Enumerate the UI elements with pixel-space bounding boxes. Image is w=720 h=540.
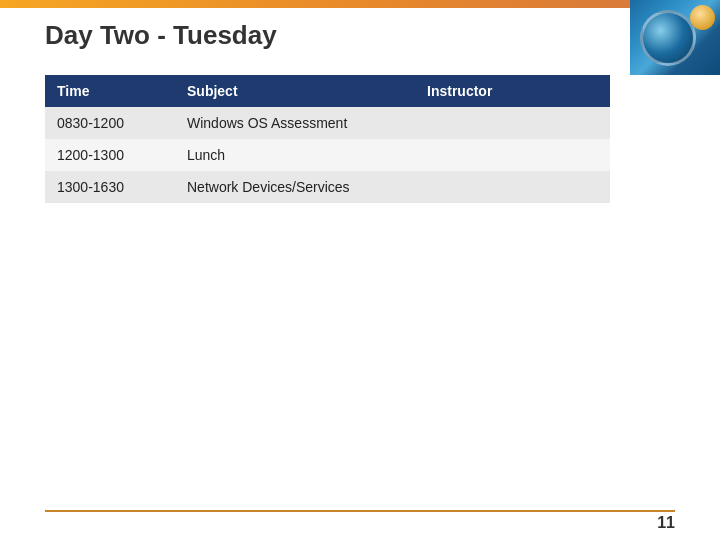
row-1-subject: Windows OS Assessment	[175, 107, 415, 139]
row-2-time: 1200-1300	[45, 139, 175, 171]
page-title: Day Two - Tuesday	[45, 20, 277, 51]
col-header-time: Time	[45, 75, 175, 107]
col-header-subject: Subject	[175, 75, 415, 107]
table-header: Time Subject Instructor	[45, 75, 610, 107]
page-number: 11	[657, 514, 675, 532]
schedule-table: Time Subject Instructor 0830-1200 Window…	[45, 75, 610, 203]
col-header-instructor: Instructor	[415, 75, 610, 107]
row-1-instructor	[415, 107, 610, 139]
header-row: Time Subject Instructor	[45, 75, 610, 107]
row-2-subject: Lunch	[175, 139, 415, 171]
row-1-time: 0830-1200	[45, 107, 175, 139]
bottom-divider	[45, 510, 675, 512]
row-3-instructor	[415, 171, 610, 203]
top-right-image	[630, 0, 720, 75]
row-3-time: 1300-1630	[45, 171, 175, 203]
globe-graphic	[630, 0, 720, 75]
table-body: 0830-1200 Windows OS Assessment 1200-130…	[45, 107, 610, 203]
schedule-content: Time Subject Instructor 0830-1200 Window…	[45, 75, 610, 203]
row-2-instructor	[415, 139, 610, 171]
row-3-subject: Network Devices/Services	[175, 171, 415, 203]
top-accent-bar	[0, 0, 720, 8]
table-row: 1300-1630 Network Devices/Services	[45, 171, 610, 203]
table-row: 1200-1300 Lunch	[45, 139, 610, 171]
table-row: 0830-1200 Windows OS Assessment	[45, 107, 610, 139]
